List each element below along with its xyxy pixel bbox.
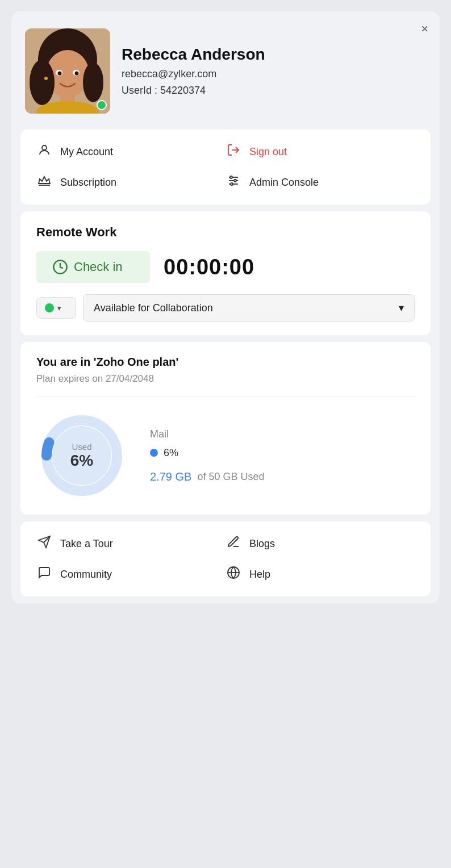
plan-title: You are in 'Zoho One plan' xyxy=(36,356,415,369)
sign-out-label: Sign out xyxy=(249,146,287,158)
my-account-label: My Account xyxy=(60,146,113,158)
footer-item-help[interactable]: Help xyxy=(226,566,415,583)
timer-value: 00:00:00 xyxy=(164,255,254,279)
profile-name: Rebecca Anderson xyxy=(122,45,265,64)
status-dot xyxy=(45,303,54,312)
tour-label: Take a Tour xyxy=(60,538,113,550)
profile-userid: UserId : 54220374 xyxy=(122,85,265,97)
help-label: Help xyxy=(249,569,270,581)
storage-info: Mail 6% 2.79 GB of 50 GB Used xyxy=(150,428,264,483)
menu-item-my-account[interactable]: My Account xyxy=(36,143,226,160)
storage-used-gb: 2.79 GB xyxy=(150,470,191,483)
online-indicator xyxy=(97,100,107,110)
mail-pct: 6% xyxy=(164,447,178,459)
mail-label: Mail xyxy=(150,428,169,440)
remote-work-card: Remote Work Check in 00:00:00 ▾ Availabl… xyxy=(20,211,431,335)
mail-pct-row: 6% xyxy=(150,447,264,459)
svg-point-4 xyxy=(83,62,103,102)
avatar-wrapper xyxy=(25,28,110,114)
donut-used-text: Used xyxy=(70,442,93,452)
storage-row: Used 6% Mail 6% 2.79 GB of 50 GB Used xyxy=(36,410,415,501)
storage-total-text: of 50 GB Used xyxy=(197,471,264,483)
community-label: Community xyxy=(60,569,112,581)
availability-chevron-icon: ▾ xyxy=(399,302,404,314)
svg-point-9 xyxy=(58,72,62,76)
footer-item-community[interactable]: Community xyxy=(36,566,226,583)
svg-point-12 xyxy=(42,145,47,150)
avatar xyxy=(25,28,110,114)
help-globe-icon xyxy=(226,566,241,583)
pen-icon xyxy=(226,535,241,552)
svg-point-20 xyxy=(231,183,233,185)
person-icon xyxy=(36,143,52,160)
footer-card: Take a Tour Blogs Commu xyxy=(20,521,431,596)
signout-icon xyxy=(226,143,241,160)
menu-grid: My Account Sign out xyxy=(36,143,415,191)
svg-point-10 xyxy=(75,72,79,76)
status-row: ▾ Available for Collaboration ▾ xyxy=(36,294,415,322)
main-panel: × xyxy=(11,11,440,603)
profile-section: Rebecca Anderson rebecca@zylker.com User… xyxy=(11,11,440,130)
menu-item-subscription[interactable]: Subscription xyxy=(36,174,226,191)
donut-label: Used 6% xyxy=(70,442,93,470)
footer-item-blogs[interactable]: Blogs xyxy=(226,535,415,552)
donut-chart: Used 6% xyxy=(36,410,127,501)
plan-divider xyxy=(36,396,415,397)
checkin-button[interactable]: Check in xyxy=(36,251,150,283)
availability-label: Available for Collaboration xyxy=(94,302,213,314)
plan-expiry: Plan expires on 27/04/2048 xyxy=(36,373,415,385)
profile-email: rebecca@zylker.com xyxy=(122,68,265,80)
menu-item-sign-out[interactable]: Sign out xyxy=(226,143,415,160)
svg-point-3 xyxy=(30,60,55,105)
mail-dot xyxy=(150,449,158,457)
checkin-label: Check in xyxy=(74,260,123,274)
menu-card: My Account Sign out xyxy=(20,130,431,205)
timer-display: 00:00:00 xyxy=(164,255,254,279)
admin-console-label: Admin Console xyxy=(249,177,319,189)
chat-icon xyxy=(36,566,52,583)
menu-item-admin-console[interactable]: Admin Console xyxy=(226,174,415,191)
subscription-label: Subscription xyxy=(60,177,116,189)
footer-item-tour[interactable]: Take a Tour xyxy=(36,535,226,552)
svg-point-19 xyxy=(234,180,236,182)
chevron-down-icon: ▾ xyxy=(57,304,61,312)
blogs-label: Blogs xyxy=(249,538,275,550)
crown-icon xyxy=(36,174,52,191)
plan-card: You are in 'Zoho One plan' Plan expires … xyxy=(20,342,431,515)
storage-gb-row: 2.79 GB of 50 GB Used xyxy=(150,470,264,483)
mail-row: Mail xyxy=(150,428,264,440)
footer-grid: Take a Tour Blogs Commu xyxy=(36,535,415,583)
close-button[interactable]: × xyxy=(421,22,428,36)
status-dot-button[interactable]: ▾ xyxy=(36,297,76,319)
availability-dropdown[interactable]: Available for Collaboration ▾ xyxy=(83,294,415,322)
checkin-row: Check in 00:00:00 xyxy=(36,251,415,283)
sliders-icon xyxy=(226,174,241,191)
remote-work-title: Remote Work xyxy=(36,225,415,240)
svg-point-11 xyxy=(44,77,48,80)
donut-pct: 6% xyxy=(70,452,93,470)
svg-point-18 xyxy=(230,176,232,178)
paper-plane-icon xyxy=(36,535,52,552)
profile-info: Rebecca Anderson rebecca@zylker.com User… xyxy=(122,45,265,97)
clock-icon xyxy=(52,259,68,275)
